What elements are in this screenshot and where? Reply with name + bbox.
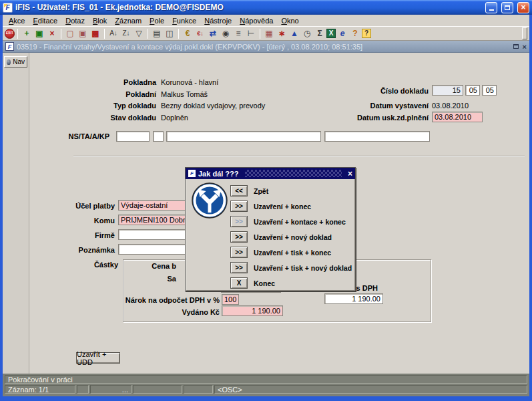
menu-zaznam[interactable]: Záznam	[111, 16, 146, 25]
uzavreni-konec-button[interactable]: >>	[230, 200, 248, 212]
window-titlebar: F iFIS - Uživatel: FIS_01 - Ek.jednotka:…	[0, 0, 532, 15]
uzavreni-tisk-novy-doklad-label: Uzavření + tisk + nový doklad	[254, 264, 352, 272]
ns-field[interactable]	[116, 131, 150, 142]
toolbar-handle[interactable]	[522, 27, 527, 39]
vydano-kc-field[interactable]: 1 190.00	[222, 305, 283, 316]
toolbar-separator	[148, 29, 148, 39]
konec-button[interactable]: X	[230, 277, 248, 289]
print-setup-icon[interactable]: ◫	[164, 27, 176, 39]
konec-label: Konec	[254, 279, 275, 287]
menu-editace[interactable]: Editace	[29, 16, 61, 25]
menu-pole[interactable]: Pole	[146, 16, 168, 25]
zpet-button[interactable]: <<	[230, 185, 248, 196]
globe-icon	[7, 59, 11, 65]
web-spider-icon[interactable]: ∗	[276, 27, 288, 39]
copy-record-icon[interactable]: ▣	[77, 27, 89, 39]
post-euro-icon[interactable]: €↓	[194, 27, 206, 39]
dialog-body: << Zpět >> Uzavření + konec >> Uzavření …	[186, 179, 355, 291]
filter-icon[interactable]: ▽	[133, 27, 145, 39]
ifis-logo-icon: F	[3, 3, 13, 13]
jak-dal-dialog: F Jak dál ??? × << Zpět >> Uzavření + ko…	[185, 167, 356, 291]
ta-field[interactable]	[153, 131, 164, 142]
close-button[interactable]: ×	[517, 2, 529, 13]
menu-blok[interactable]: Blok	[89, 16, 111, 25]
sum-sigma-icon[interactable]: Σ	[314, 27, 326, 39]
dialog-close-icon[interactable]: ×	[348, 169, 352, 178]
mdi-window-title: 03519 - Finanční vztahy/Vystavení a kont…	[17, 43, 511, 51]
status-message: Pokračování v práci	[5, 375, 527, 384]
clock-icon[interactable]: ◷	[301, 27, 313, 39]
menu-funkce[interactable]: Funkce	[168, 16, 200, 25]
copy-field-icon[interactable]: ▢	[64, 27, 76, 39]
sort-ascending-icon[interactable]: A↓	[107, 27, 119, 39]
menu-nastroje[interactable]: Nástroje	[200, 16, 236, 25]
uzavreni-tisk-konec-button[interactable]: >>	[230, 247, 248, 258]
uzavreni-novy-doklad-button[interactable]: >>	[230, 231, 248, 243]
copy-block-icon[interactable]: ▩	[89, 27, 101, 39]
stav-dokladu-value: Doplněn	[161, 114, 188, 122]
celkem-s-dph-value-field[interactable]: 1 190.00	[324, 293, 383, 304]
minimize-button[interactable]	[485, 2, 497, 13]
help-icon[interactable]: ?	[362, 29, 371, 38]
nav-tab[interactable]: Nav	[4, 56, 27, 68]
excel-export-icon[interactable]: X	[326, 29, 336, 38]
uzavreni-novy-doklad-label: Uzavření + nový doklad	[254, 233, 332, 241]
print-icon[interactable]: ▤	[151, 27, 163, 39]
cislo-dokladu-field-3[interactable]: 05	[482, 85, 497, 96]
toolbar: EXIT + ▣ × ▢ ▣ ▩ A↓ Z↓ ▽ ▤ ◫ € €↓ ⇄ ◉ ≡ …	[3, 26, 529, 41]
row-list-icon[interactable]: ≡	[232, 27, 244, 39]
exit-icon[interactable]: EXIT	[5, 29, 15, 39]
uzavreni-tisk-novy-doklad-button[interactable]: >>	[230, 262, 248, 273]
castky-label: Částky	[69, 261, 118, 269]
pokladna-label: Pokladna	[56, 78, 156, 86]
menu-dotaz[interactable]: Dotaz	[61, 16, 89, 25]
save-record-icon[interactable]: ▣	[33, 27, 45, 39]
menu-napoveda[interactable]: Nápověda	[236, 16, 277, 25]
mdi-restore-icon[interactable]	[513, 44, 519, 49]
akce-field[interactable]	[166, 131, 321, 142]
pokladni-label: Pokladní	[56, 90, 156, 98]
delete-record-icon[interactable]: ×	[46, 27, 58, 39]
status-cell-empty-2	[133, 385, 182, 394]
uzavrit-udd-button[interactable]: Uzavřít + UDD	[76, 352, 120, 364]
typ-dokladu-value: Bezny doklad vydajovy, prevody	[161, 102, 265, 110]
exchange-icon[interactable]: ⇄	[207, 27, 219, 39]
uzavreni-kontace-konec-button[interactable]: >>	[230, 216, 248, 227]
mdi-close-icon[interactable]: ×	[523, 43, 527, 51]
fork-road-sign-icon	[192, 182, 228, 219]
ns-ta-a-kp-label: NS/TA/A/KP	[43, 132, 109, 140]
toolbar-separator	[17, 29, 18, 39]
menu-akce[interactable]: Akce	[5, 16, 29, 25]
narok-dph-field[interactable]: 100	[222, 294, 239, 305]
firme-label: Firmě	[48, 231, 115, 239]
stav-dokladu-label: Stav dokladu	[56, 114, 156, 122]
calendar-icon[interactable]: ▦	[263, 27, 275, 39]
cut-euro-icon[interactable]: €	[182, 27, 194, 39]
zoom-document-icon[interactable]: ◉	[220, 27, 232, 39]
chart-icon[interactable]: ▲	[288, 27, 300, 39]
cislo-dokladu-field-2[interactable]: 05	[465, 85, 480, 96]
vydano-kc-label: Vydáno Kč	[106, 308, 220, 316]
record-counter: Záznam: 1/1	[5, 385, 75, 394]
toolbar-separator	[260, 29, 260, 39]
sort-descending-icon[interactable]: Z↓	[120, 27, 132, 39]
nav-tab-label: Nav	[13, 58, 25, 65]
uzavreni-konec-label: Uzavření + konec	[254, 203, 311, 211]
window-title: iFIS - Uživatel: FIS_01 - Ek.jednotka: D…	[15, 3, 481, 12]
maximize-button[interactable]	[501, 2, 513, 13]
menu-okno[interactable]: Okno	[277, 16, 302, 25]
pokladni-value: Malkus Tomáš	[161, 90, 208, 98]
datum-vystaveni-label: Datum vystavení	[336, 102, 429, 110]
tree-view-icon[interactable]: ⊢	[245, 27, 257, 39]
datum-plneni-field[interactable]: 03.08.2010	[432, 112, 483, 122]
kp-field[interactable]	[324, 131, 430, 142]
browser-icon[interactable]: e	[336, 27, 348, 39]
ifis-application-window: F iFIS - Uživatel: FIS_01 - Ek.jednotka:…	[0, 0, 532, 401]
zpet-label: Zpět	[254, 187, 268, 195]
insert-record-icon[interactable]: +	[21, 27, 33, 39]
cislo-dokladu-field-1[interactable]: 15	[432, 85, 463, 96]
toolbar-separator	[178, 29, 179, 39]
menu-bar: Akce Editace Dotaz Blok Záznam Pole Funk…	[3, 15, 529, 26]
context-help-icon[interactable]: ?	[349, 27, 361, 39]
status-bar: Pokračování v práci Záznam: 1/1 ... <OSC…	[3, 374, 529, 396]
